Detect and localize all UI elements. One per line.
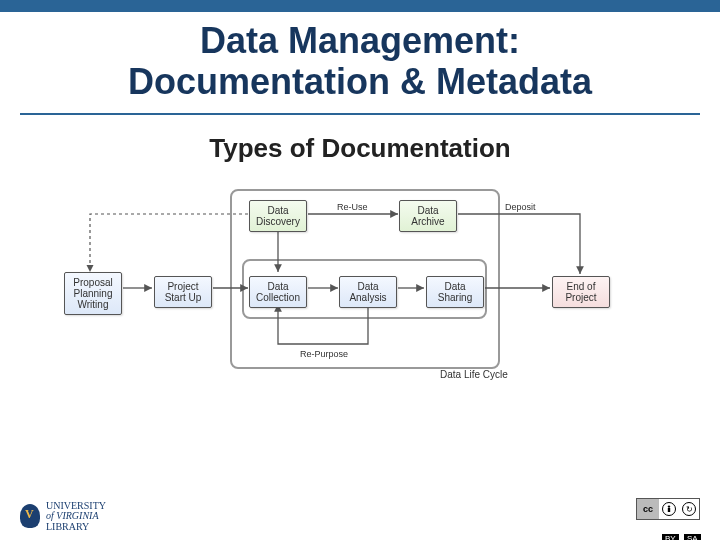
node-sharing: DataSharing [426,276,484,308]
label-repurpose: Re-Purpose [300,349,348,359]
uva-library-logo: UNIVERSITY of VIRGINIA LIBRARY [20,501,106,533]
node-collection: DataCollection [249,276,307,308]
org-line2: of VIRGINIA [46,511,106,522]
label-deposit: Deposit [505,202,536,212]
label-reuse: Re-Use [337,202,368,212]
cc-by-icon [662,502,676,516]
page-title: Data Management: Documentation & Metadat… [0,12,720,113]
node-analysis: DataAnalysis [339,276,397,308]
cc-brand: cc [637,499,659,519]
node-archive: DataArchive [399,200,457,232]
cc-sa-label: SA [684,534,701,540]
org-line3: LIBRARY [46,522,106,533]
lifecycle-label: Data Life Cycle [440,369,508,380]
cc-badge: cc ↻ [636,498,700,520]
node-proposal: ProposalPlanningWriting [64,272,122,315]
top-bar [0,0,720,12]
uva-crest-icon [20,504,40,528]
svg-rect-8 [668,508,670,512]
lifecycle-diagram: ProposalPlanningWriting ProjectStart Up … [50,174,670,404]
node-startup: ProjectStart Up [154,276,212,308]
title-line2: Documentation & Metadata [128,61,592,102]
cc-sa-icon: ↻ [682,502,696,516]
svg-point-7 [668,505,670,507]
title-line1: Data Management: [200,20,520,61]
cc-by-label: BY [662,534,679,540]
footer: UNIVERSITY of VIRGINIA LIBRARY cc ↻ BY S… [20,498,700,532]
node-end: End ofProject [552,276,610,308]
node-discovery: DataDiscovery [249,200,307,232]
subtitle: Types of Documentation [0,115,720,174]
